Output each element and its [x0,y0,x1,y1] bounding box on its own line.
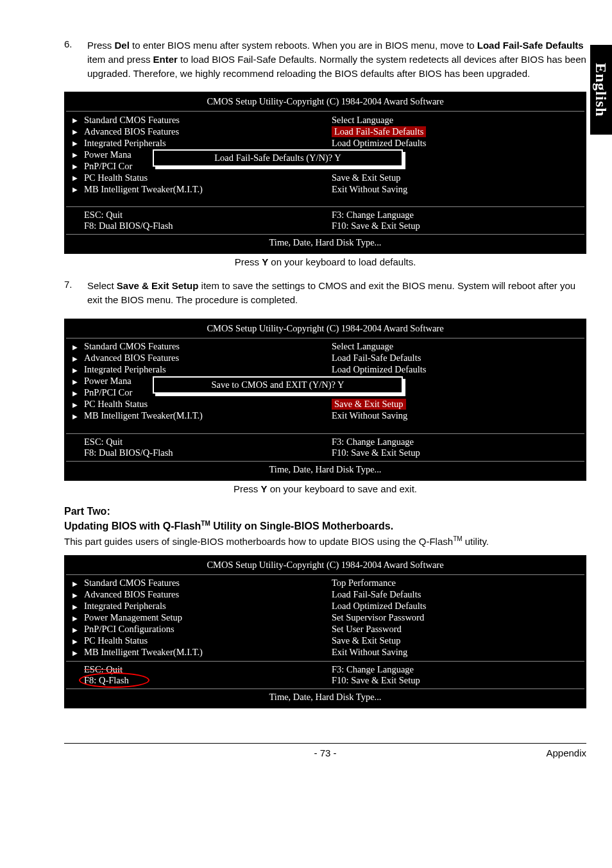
part-two-heading: Updating BIOS with Q-FlashTM Utility on … [64,520,586,532]
triangle-icon: ▶ [72,378,78,385]
triangle-icon: ▶ [72,367,78,374]
step-text: Select Save & Exit Setup item to save th… [87,279,586,307]
bios-title: CMOS Setup Utility-Copyright (C) 1984-20… [66,557,584,574]
help-right: F3: Change Language F10: Save & Exit Set… [325,437,584,458]
menu-item: Load Optimized Defaults [332,601,426,611]
triangle-icon: ▶ [72,603,78,610]
bios-right-col: Top Performance Load Fail-Safe Defaults … [325,578,584,658]
triangle-icon: ▶ [72,355,78,362]
menu-item: Set User Password [332,624,402,634]
menu-item: MB Intelligent Tweaker(M.I.T.) [84,647,203,657]
triangle-icon: ▶ [72,186,78,193]
bold-lfsd: Load Fail-Safe Defaults [477,40,584,51]
triangle-icon: ▶ [72,413,78,420]
t: Press [234,483,261,494]
step-number: 6. [64,38,87,87]
help-line: F8: Q-Flash [84,675,325,686]
menu-item: MB Intelligent Tweaker(M.I.T.) [84,410,203,421]
part-two-paragraph: This part guides users of single-BIOS mo… [64,535,586,549]
t: utility. [463,536,489,547]
menu-item: Save & Exit Setup [332,172,401,183]
triangle-icon: ▶ [72,140,78,147]
menu-item: Exit Without Saving [332,184,407,194]
t: on your keyboard to load defaults. [268,256,416,267]
triangle-icon: ▶ [72,401,78,408]
triangle-icon: ▶ [72,580,78,587]
menu-item: PC Health Status [84,635,148,646]
menu-item: Load Fail-Safe Defaults [332,353,421,363]
t: This part guides users of single-BIOS mo… [64,536,453,547]
menu-item: Standard CMOS Features [84,115,180,125]
menu-item: Integrated Peripherals [84,138,166,148]
menu-item: PC Health Status [84,172,148,183]
bios-footer: Time, Date, Hard Disk Type... [66,461,584,479]
menu-item: Load Optimized Defaults [332,138,426,148]
help-line: F10: Save & Exit Setup [332,675,584,686]
help-left: ESC: Quit F8: Q-Flash [66,664,325,686]
t: Select [87,280,117,291]
caption-2: Press Y on your keyboard to save and exi… [64,483,586,494]
help-line: ESC: Quit [84,210,325,221]
triangle-icon: ▶ [72,626,78,633]
section-name: Appendix [484,747,586,758]
bios-title: CMOS Setup Utility-Copyright (C) 1984-20… [66,321,584,338]
menu-item: Power Mana [84,376,132,386]
menu-item: Load Optimized Defaults [332,364,426,374]
help-line: F3: Change Language [332,437,584,447]
bios-screenshot-2: CMOS Setup Utility-Copyright (C) 1984-20… [64,319,586,481]
triangle-icon: ▶ [72,117,78,124]
menu-item: Integrated Peripherals [84,601,166,611]
menu-item: PC Health Status [84,399,148,409]
triangle-icon: ▶ [72,592,78,599]
menu-item: Select Language [332,341,393,351]
tm-mark: TM [201,520,210,527]
triangle-icon: ▶ [72,151,78,158]
menu-item: PnP/PCI Configurations [84,624,174,634]
step-text: Press Del to enter BIOS menu after syste… [87,38,586,80]
triangle-icon: ▶ [72,128,78,135]
triangle-icon: ▶ [72,163,78,170]
triangle-icon: ▶ [72,649,78,656]
bios-dialog: Load Fail-Safe Defaults (Y/N)? Y [153,149,403,167]
bios-screenshot-1: CMOS Setup Utility-Copyright (C) 1984-20… [64,92,586,254]
menu-item: Standard CMOS Features [84,341,180,351]
t: to enter BIOS menu after system reboots.… [130,40,477,51]
help-line: F8: Dual BIOS/Q-Flash [84,447,325,458]
t: on your keyboard to save and exit. [268,483,417,494]
menu-item: Exit Without Saving [332,410,407,421]
menu-item: PnP/PCI Cor [84,387,132,397]
menu-item: Integrated Peripherals [84,364,166,374]
menu-item: Power Mana [84,149,132,160]
language-tab: English [590,45,612,135]
menu-item: Load Fail-Safe Defaults [332,589,421,599]
step-7: 7. Select Save & Exit Setup item to save… [64,279,586,313]
page-footer: - 73 - Appendix [64,743,586,758]
help-line: F8: Dual BIOS/Q-Flash [84,221,325,231]
menu-item: Set Supervisor Password [332,612,424,622]
menu-item: PnP/PCI Cor [84,161,132,171]
triangle-icon: ▶ [72,174,78,181]
page-number: - 73 - [167,747,484,758]
t: Press [235,256,262,267]
bios-footer: Time, Date, Hard Disk Type... [66,234,584,252]
help-right: F3: Change Language F10: Save & Exit Set… [325,664,584,686]
t: item and press [87,54,153,65]
step-6: 6. Press Del to enter BIOS menu after sy… [64,38,586,87]
triangle-icon: ▶ [72,390,78,397]
menu-item: Power Management Setup [84,612,182,622]
t: Updating BIOS with Q-Flash [64,521,201,531]
help-line: F3: Change Language [332,664,584,675]
help-left: ESC: Quit F8: Dual BIOS/Q-Flash [66,437,325,458]
menu-item-highlighted: Load Fail-Safe Defaults [332,126,426,137]
bios-dialog: Save to CMOS and EXIT (Y/N)? Y [153,376,403,394]
key-y: Y [261,483,268,494]
menu-item: Advanced BIOS Features [84,126,179,137]
key-del: Del [115,40,130,51]
part-two-label: Part Two: [64,506,586,517]
t: Utility on Single-BIOS Motherboards. [210,521,393,531]
triangle-icon: ▶ [72,344,78,351]
menu-item: Save & Exit Setup [332,635,401,646]
key-y: Y [262,256,268,267]
menu-item: Advanced BIOS Features [84,589,179,599]
menu-item-highlighted: Save & Exit Setup [332,399,406,410]
